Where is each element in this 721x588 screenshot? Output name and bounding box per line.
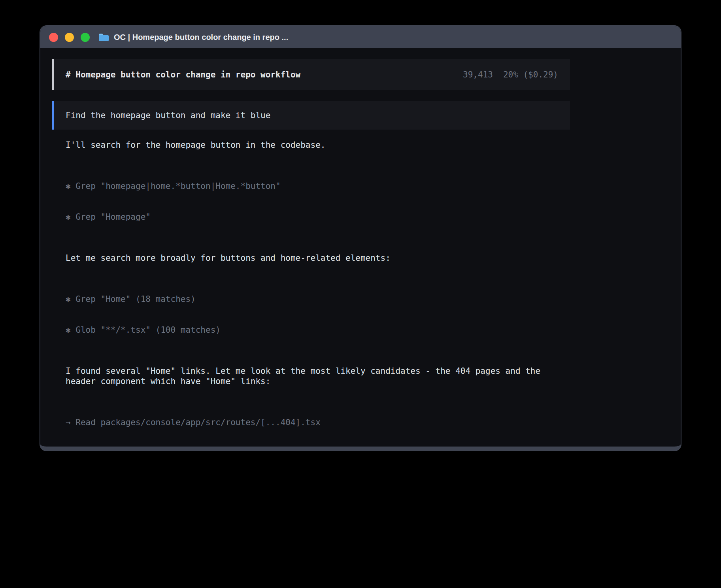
tool-call-group: → Read packages/console/app/src/routes/[… xyxy=(52,397,570,451)
session-header: # Homepage button color change in repo w… xyxy=(52,59,570,90)
zoom-button[interactable] xyxy=(81,33,90,42)
minimize-button[interactable] xyxy=(65,33,74,42)
assistant-text: Let me search more broadly for buttons a… xyxy=(52,253,570,263)
folder-icon xyxy=(98,33,109,41)
tool-call-group: ✱ Grep "homepage|home.*button|Home.*butt… xyxy=(52,160,570,243)
window-title: OC | Homepage button color change in rep… xyxy=(114,33,288,42)
tool-call-grep: ✱ Grep "Homepage" xyxy=(66,212,570,222)
context-cost: 20% ($0.29) xyxy=(503,70,558,80)
assistant-text: I found several "Home" links. Let me loo… xyxy=(52,366,570,386)
session-stats: 39,413 20% ($0.29) xyxy=(463,70,558,80)
user-message: Find the homepage button and make it blu… xyxy=(52,101,570,130)
tool-call-group: ✱ Grep "Home" (18 matches) ✱ Glob "**/*.… xyxy=(52,273,570,356)
terminal-window: OC | Homepage button color change in rep… xyxy=(40,25,681,451)
close-button[interactable] xyxy=(49,33,58,42)
assistant-text: I'll search for the homepage button in t… xyxy=(52,140,570,150)
token-count: 39,413 xyxy=(463,70,493,80)
tool-call-glob: ✱ Glob "**/*.tsx" (100 matches) xyxy=(66,325,570,335)
tool-call-grep: ✱ Grep "homepage|home.*button|Home.*butt… xyxy=(66,181,570,191)
session-title: # Homepage button color change in repo w… xyxy=(66,70,300,80)
terminal-body: # Homepage button color change in repo w… xyxy=(40,48,681,451)
tool-call-grep: ✱ Grep "Home" (18 matches) xyxy=(66,294,570,304)
user-message-text: Find the homepage button and make it blu… xyxy=(66,111,270,120)
titlebar: OC | Homepage button color change in rep… xyxy=(40,26,681,48)
tool-call-read: → Read packages/console/app/src/routes/[… xyxy=(66,417,570,428)
traffic-lights xyxy=(49,33,90,42)
tool-call-read: → Read packages/console/app/src/componen… xyxy=(66,448,570,451)
